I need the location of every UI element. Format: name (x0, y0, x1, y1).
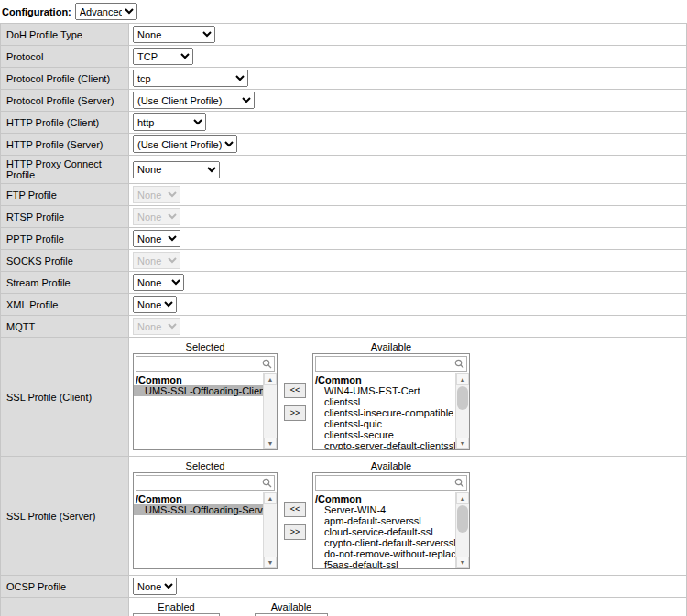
row-label: FTP Profile (1, 184, 129, 206)
search-input[interactable] (316, 476, 453, 490)
configuration-bar: Configuration: Advanced (0, 0, 687, 23)
row-label: HTTP Profile (Client) (1, 112, 129, 134)
scrollbar[interactable]: ▲ ▼ (263, 373, 277, 449)
scroll-down-icon[interactable]: ▼ (456, 557, 469, 568)
list-item[interactable]: Server-WIN-4 (313, 504, 455, 515)
list-item[interactable]: clientssl-quic (313, 418, 455, 429)
row-protocol: Protocol TCP (1, 46, 687, 68)
stream-profile-select[interactable]: None (133, 274, 184, 291)
ssl-server-available-search-row (315, 475, 467, 491)
list-item[interactable]: do-not-remove-without-replacement (313, 548, 455, 559)
row-label: XML Profile (1, 294, 129, 316)
scroll-up-icon[interactable]: ▲ (264, 373, 277, 385)
move-to-available-button[interactable]: >> (284, 524, 306, 540)
scrollbar-thumb[interactable] (457, 505, 468, 533)
partition-label: /Common (313, 493, 455, 504)
row-label: SOCKS Profile (1, 250, 129, 272)
row-label: Authentication Profiles (1, 598, 129, 616)
configuration-label: Configuration: (2, 6, 71, 17)
scrollbar[interactable]: ▲ ▼ (455, 492, 469, 568)
xml-profile-select[interactable]: None (133, 296, 177, 313)
row-ssl-profile-client: SSL Profile (Client) Selected Available (1, 338, 687, 457)
scrollbar-track[interactable] (456, 504, 469, 557)
profile-list: /Common WIN4-UMS-EST-Cert clientssl clie… (313, 373, 455, 449)
row-label: PPTP Profile (1, 228, 129, 250)
move-to-available-button[interactable]: >> (284, 405, 306, 421)
ssl-client-available-listbox: /Common WIN4-UMS-EST-Cert clientssl clie… (312, 353, 470, 450)
scrollbar-thumb[interactable] (457, 386, 468, 410)
list-item[interactable]: clientssl (313, 396, 455, 407)
scrollbar[interactable]: ▲ ▼ (455, 373, 469, 449)
scroll-down-icon[interactable]: ▼ (264, 557, 277, 568)
search-input[interactable] (316, 357, 453, 371)
scroll-down-icon[interactable]: ▼ (456, 438, 469, 449)
search-icon (453, 478, 466, 488)
selected-column-header: Selected (133, 460, 278, 471)
row-label: SSL Profile (Server) (1, 457, 129, 576)
doh-profile-type-select[interactable]: None (133, 26, 215, 43)
list-item[interactable]: UMS-SSL-Offloading-Server-Profile (134, 504, 263, 515)
scrollbar-track[interactable] (264, 385, 277, 438)
row-label: OCSP Profile (1, 576, 129, 598)
row-protocol-profile-server: Protocol Profile (Server) (Use Client Pr… (1, 90, 687, 112)
protocol-profile-client-select[interactable]: tcp (133, 70, 248, 87)
ocsp-profile-select[interactable]: None (133, 578, 177, 595)
scroll-up-icon[interactable]: ▲ (456, 373, 469, 385)
available-column-header: Available (255, 601, 328, 612)
row-http-profile-server: HTTP Profile (Server) (Use Client Profil… (1, 134, 687, 156)
row-ocsp-profile: OCSP Profile None (1, 576, 687, 598)
ftp-profile-select: None (133, 186, 180, 203)
list-item[interactable]: crypto-client-default-serverssl (313, 537, 455, 548)
rtsp-profile-select: None (133, 208, 180, 225)
ssl-server-available-listbox: /Common Server-WIN-4 apm-default-servers… (312, 472, 470, 569)
row-label: Protocol Profile (Client) (1, 68, 129, 90)
list-item[interactable]: WIN4-UMS-EST-Cert (313, 385, 455, 396)
available-column-header: Available (312, 341, 470, 352)
list-item[interactable]: UMS-SSL-Offloading-Client-Profile (134, 385, 263, 396)
http-profile-server-select[interactable]: (Use Client Profile) (133, 135, 237, 153)
move-to-selected-button[interactable]: << (284, 383, 306, 398)
search-icon (260, 359, 274, 369)
scrollbar-track[interactable] (456, 385, 469, 438)
ssl-server-dual-listbox: Selected Available (133, 459, 682, 573)
list-item[interactable]: cloud-service-default-ssl (313, 526, 455, 537)
move-to-selected-button[interactable]: << (284, 502, 306, 517)
http-proxy-connect-profile-select[interactable]: None (133, 161, 220, 178)
scroll-up-icon[interactable]: ▲ (264, 492, 277, 504)
list-item[interactable]: apm-default-serverssl (313, 515, 455, 526)
row-stream-profile: Stream Profile None (1, 272, 687, 294)
search-input[interactable] (136, 476, 260, 490)
scroll-down-icon[interactable]: ▼ (264, 438, 277, 449)
row-label: DoH Profile Type (1, 24, 129, 46)
partition-label: /Common (134, 374, 263, 385)
pptp-profile-select[interactable]: None (133, 230, 180, 247)
row-http-profile-client: HTTP Profile (Client) http (1, 112, 687, 134)
row-ftp-profile: FTP Profile None (1, 184, 687, 206)
row-label: Protocol Profile (Server) (1, 90, 129, 112)
row-doh-profile-type: DoH Profile Type None (1, 24, 687, 46)
row-label: MQTT (1, 316, 129, 338)
row-mqtt: MQTT None (1, 316, 687, 338)
list-item[interactable]: f5aas-default-ssl (313, 559, 455, 568)
configuration-select[interactable]: Advanced (75, 3, 137, 20)
scrollbar[interactable]: ▲ ▼ (263, 492, 277, 568)
protocol-profile-server-select[interactable]: (Use Client Profile) (133, 92, 255, 109)
protocol-select[interactable]: TCP (133, 48, 193, 65)
list-item[interactable]: clientssl-insecure-compatible (313, 407, 455, 418)
scroll-up-icon[interactable]: ▲ (456, 492, 469, 504)
ssl-client-available-search-row (315, 356, 467, 372)
search-icon (260, 478, 274, 488)
row-http-proxy-connect-profile: HTTP Proxy Connect Profile None (1, 156, 687, 184)
scrollbar-track[interactable] (264, 504, 277, 557)
row-label: HTTP Profile (Server) (1, 134, 129, 156)
row-label: Protocol (1, 46, 129, 68)
row-protocol-profile-client: Protocol Profile (Client) tcp (1, 68, 687, 90)
search-input[interactable] (136, 357, 260, 371)
list-item[interactable]: clientssl-secure (313, 429, 455, 440)
http-profile-client-select[interactable]: http (133, 113, 206, 131)
list-item[interactable]: crypto-server-default-clientssl (313, 440, 455, 449)
partition-label: /Common (313, 374, 455, 385)
row-ssl-profile-server: SSL Profile (Server) Selected Available (1, 457, 687, 576)
profile-list: /Common Server-WIN-4 apm-default-servers… (313, 492, 455, 568)
row-rtsp-profile: RTSP Profile None (1, 206, 687, 228)
